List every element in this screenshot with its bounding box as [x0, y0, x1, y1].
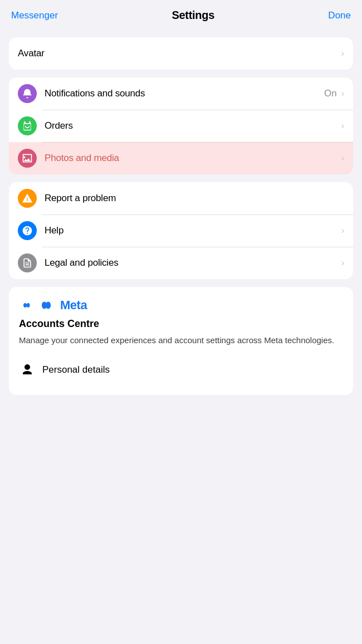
section-support: Report a problem Help › Legal and polici… [9, 182, 353, 279]
meta-logo-row: Meta [19, 298, 343, 313]
legal-icon-circle [18, 253, 37, 272]
orders-chevron-icon: › [341, 121, 344, 131]
meta-logo-text: Meta [60, 298, 87, 313]
personal-details-label: Personal details [42, 364, 110, 375]
bag-icon [22, 120, 33, 131]
page-title: Settings [172, 9, 214, 22]
legal-item[interactable]: Legal and policies › [9, 247, 353, 279]
bell-icon [22, 88, 33, 99]
help-label: Help [45, 225, 340, 236]
chevron-icon: › [341, 48, 344, 58]
person-svg [21, 363, 34, 377]
avatar-label: Avatar [18, 48, 340, 59]
photos-label: Photos and media [45, 153, 340, 164]
report-label: Report a problem [45, 193, 344, 204]
help-icon-circle [18, 221, 37, 240]
legal-label: Legal and policies [45, 257, 340, 269]
notifications-chevron-icon: › [341, 89, 344, 99]
legal-chevron-icon: › [341, 258, 344, 268]
orders-item[interactable]: Orders › [9, 110, 353, 142]
back-button[interactable]: Messenger [11, 10, 58, 21]
meta-logo-icon [19, 300, 37, 311]
report-item[interactable]: Report a problem [9, 182, 353, 214]
notifications-item[interactable]: Notifications and sounds On › [9, 77, 353, 110]
meta-accounts-description: Manage your connected experiences and ac… [19, 334, 343, 347]
section-main: Notifications and sounds On › Orders › P… [9, 77, 353, 174]
help-chevron-icon: › [341, 226, 344, 236]
help-item[interactable]: Help › [9, 214, 353, 247]
document-icon [22, 257, 33, 269]
question-icon [22, 225, 33, 236]
photos-icon-circle [18, 149, 37, 168]
photos-chevron-icon: › [341, 153, 344, 163]
report-icon-circle [18, 189, 37, 208]
photo-icon [22, 153, 33, 164]
orders-icon-circle [18, 116, 37, 135]
section-avatar: Avatar › [9, 37, 353, 70]
meta-accounts-title: Accounts Centre [19, 318, 343, 330]
notifications-icon-circle [18, 84, 37, 103]
orders-label: Orders [45, 120, 340, 131]
meta-infinity-svg [37, 299, 57, 311]
notifications-value: On [324, 88, 337, 99]
warning-icon [22, 193, 33, 204]
photos-item[interactable]: Photos and media › [9, 142, 353, 174]
avatar-item[interactable]: Avatar › [9, 37, 353, 70]
personal-details-item[interactable]: Personal details [19, 356, 343, 384]
meta-section: Meta Accounts Centre Manage your connect… [9, 287, 353, 395]
done-button[interactable]: Done [328, 10, 351, 21]
person-icon [19, 362, 36, 378]
notifications-label: Notifications and sounds [45, 88, 324, 99]
header: Messenger Settings Done [0, 0, 362, 30]
